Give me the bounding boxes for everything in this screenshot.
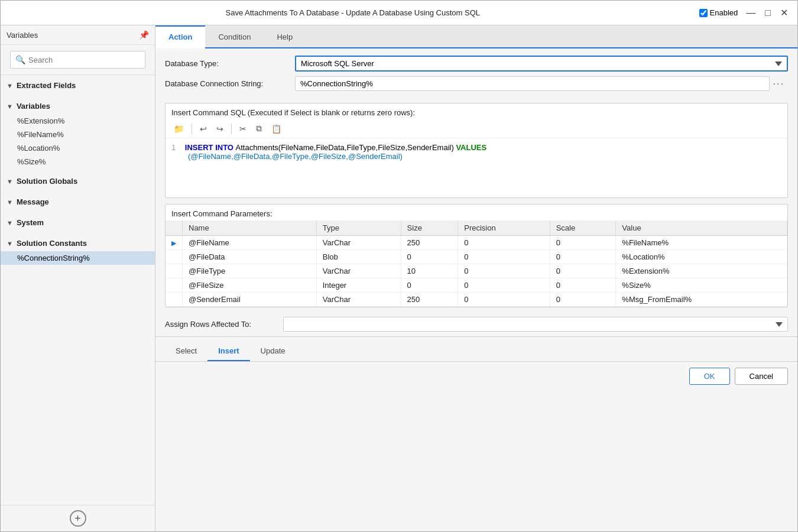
minimize-button[interactable]: —	[742, 6, 759, 20]
undo-button[interactable]: ↩	[196, 122, 210, 135]
section-label-extracted-fields: Extracted Fields	[17, 81, 76, 90]
params-table-container: Name Type Size Precision Scale Value ▶	[166, 220, 787, 307]
kw-values: VALUES	[456, 143, 486, 152]
search-input[interactable]	[28, 56, 140, 64]
table-row[interactable]: @SenderEmail VarChar 250 0 0 %Msg_FromEm…	[166, 293, 787, 307]
row-5-arrow	[166, 293, 183, 307]
pin-icon[interactable]: 📌	[139, 30, 149, 40]
paste-button[interactable]: 📋	[268, 122, 285, 135]
conn-string-control: ···	[295, 76, 788, 91]
tab-condition[interactable]: Condition	[205, 25, 264, 47]
row-5-scale: 0	[550, 293, 616, 307]
toolbar-separator-1	[192, 124, 192, 134]
search-icon: 🔍	[15, 55, 25, 64]
row-4-value: %Size%	[616, 278, 787, 293]
row-2-type: Blob	[316, 250, 401, 264]
footer: OK Cancel	[155, 361, 797, 391]
row-3-value: %Extension%	[616, 264, 787, 278]
sidebar-item-location[interactable]: %Location%	[1, 141, 155, 155]
window-controls: — □ ✕	[742, 6, 791, 20]
section-label-system: System	[17, 218, 44, 227]
params-section: Insert Command Parameters: Name Type Siz…	[165, 204, 788, 307]
row-4-name: @FileSize	[183, 278, 317, 293]
sidebar-item-size[interactable]: %Size%	[1, 155, 155, 168]
sidebar-section-header-variables[interactable]: ▼ Variables	[1, 98, 155, 114]
col-name: Name	[183, 220, 317, 236]
open-file-button[interactable]: 📁	[170, 122, 187, 135]
sidebar: Variables 📌 🔍 ▼ Extracted Fields	[1, 25, 155, 531]
main-window: Save Attachments To A Database - Update …	[0, 0, 798, 532]
btab-insert[interactable]: Insert	[207, 342, 249, 361]
arrow-icon-sc: ▼	[7, 240, 13, 247]
db-type-select[interactable]: Microsoft SQL Server	[295, 56, 788, 72]
sidebar-item-connection-string[interactable]: %ConnectionString%	[1, 251, 155, 265]
section-label-variables: Variables	[17, 102, 50, 111]
table-row[interactable]: ▶ @FileName VarChar 250 0 0 %FileName%	[166, 236, 787, 250]
section-label-solution-constants: Solution Constants	[17, 239, 87, 248]
col-precision: Precision	[458, 220, 550, 236]
btab-select[interactable]: Select	[165, 342, 207, 361]
copy-button[interactable]: ⧉	[252, 122, 265, 135]
title-bar-right: Enabled — □ ✕	[699, 6, 791, 20]
toolbar-separator-2	[231, 124, 232, 134]
row-4-size: 0	[401, 278, 458, 293]
row-2-arrow	[166, 250, 183, 264]
row-1-name: @FileName	[183, 236, 317, 250]
search-box: 🔍	[10, 51, 145, 69]
row-5-name: @SenderEmail	[183, 293, 317, 307]
enabled-checkbox-group: Enabled	[699, 8, 738, 17]
btab-update[interactable]: Update	[250, 342, 296, 361]
editor-code-area[interactable]: 1 INSERT INTO Attachments(FileName,FileD…	[166, 138, 787, 197]
sidebar-item-extension[interactable]: %Extension%	[1, 114, 155, 128]
sidebar-section-header-message[interactable]: ▼ Message	[1, 194, 155, 210]
sidebar-title: Variables	[7, 31, 38, 40]
redo-button[interactable]: ↪	[213, 122, 227, 135]
enabled-checkbox[interactable]	[699, 9, 708, 17]
cancel-button[interactable]: Cancel	[735, 368, 788, 385]
row-5-precision: 0	[458, 293, 550, 307]
row-1-type: VarChar	[316, 236, 401, 250]
table-row[interactable]: @FileData Blob 0 0 0 %Location%	[166, 250, 787, 264]
cut-button[interactable]: ✂	[236, 122, 250, 135]
maximize-button[interactable]: □	[761, 6, 774, 20]
sql-editor-label: Insert Command SQL (Executed if Select i…	[166, 103, 787, 119]
close-button[interactable]: ✕	[777, 6, 791, 20]
row-3-precision: 0	[458, 264, 550, 278]
tab-action[interactable]: Action	[155, 25, 205, 48]
sidebar-section-message: ▼ Message	[1, 192, 155, 212]
conn-string-label: Database Connection String:	[165, 79, 295, 88]
sidebar-item-filename[interactable]: %FileName%	[1, 128, 155, 141]
row-1-size: 250	[401, 236, 458, 250]
table-row[interactable]: @FileType VarChar 10 0 0 %Extension%	[166, 264, 787, 278]
sidebar-section-header-solution-globals[interactable]: ▼ Solution Globals	[1, 173, 155, 189]
bottom-tabs: Select Insert Update	[155, 336, 797, 361]
col-type: Type	[316, 220, 401, 236]
row-3-scale: 0	[550, 264, 616, 278]
params-table-body: ▶ @FileName VarChar 250 0 0 %FileName% @…	[166, 236, 787, 307]
col-arrow	[166, 220, 183, 236]
row-3-type: VarChar	[316, 264, 401, 278]
sidebar-section-header-extracted-fields[interactable]: ▼ Extracted Fields	[1, 77, 155, 93]
add-variable-button[interactable]: +	[70, 510, 86, 527]
sidebar-section-solution-constants: ▼ Solution Constants %ConnectionString%	[1, 233, 155, 267]
right-panel: Action Condition Help Database Type: Mic…	[155, 25, 797, 531]
sidebar-section-header-solution-constants[interactable]: ▼ Solution Constants	[1, 235, 155, 251]
ok-button[interactable]: OK	[689, 368, 730, 385]
window-title: Save Attachments To A Database - Update …	[7, 8, 699, 17]
row-3-arrow	[166, 264, 183, 278]
sidebar-section-header-system[interactable]: ▼ System	[1, 215, 155, 231]
sidebar-header: Variables 📌	[1, 25, 155, 45]
conn-string-input[interactable]	[295, 76, 770, 91]
table-row[interactable]: @FileSize Integer 0 0 0 %Size%	[166, 278, 787, 293]
arrow-icon-sys: ▼	[7, 219, 13, 226]
assign-select[interactable]	[283, 317, 788, 332]
arrow-icon-msg: ▼	[7, 199, 13, 206]
kw-insert: INSERT INTO	[185, 143, 236, 152]
code-line-2: (@FileName,@FileData,@FileType,@FileSize…	[171, 152, 781, 161]
conn-string-dots-button[interactable]: ···	[770, 79, 788, 89]
arrow-icon-vars: ▼	[7, 103, 13, 110]
tab-help[interactable]: Help	[264, 25, 306, 47]
row-2-value: %Location%	[616, 250, 787, 264]
row-1-scale: 0	[550, 236, 616, 250]
params-table: Name Type Size Precision Scale Value ▶	[166, 220, 787, 307]
